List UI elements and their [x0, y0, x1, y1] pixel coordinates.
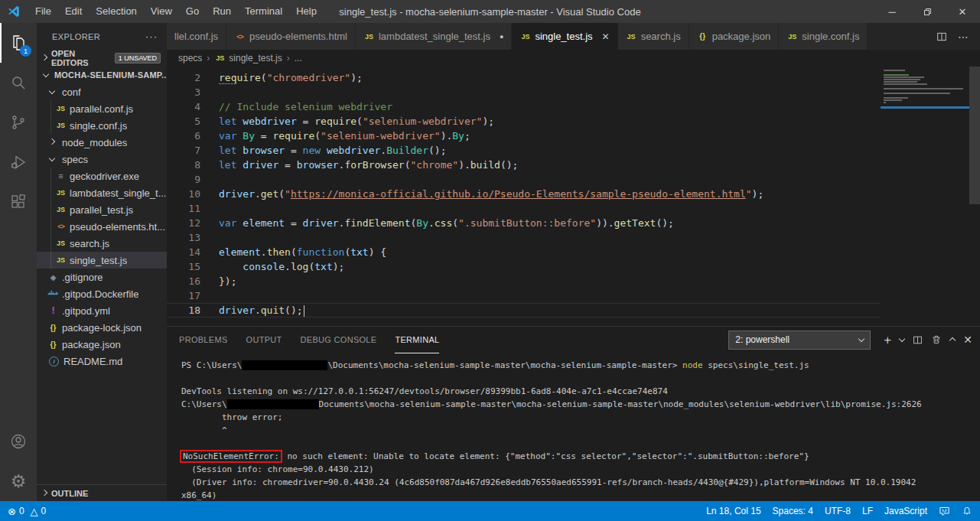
- outline-section[interactable]: OUTLINE: [37, 484, 167, 501]
- tree-item-geckodriver-exe[interactable]: ≡geckodriver.exe: [37, 168, 167, 184]
- outline-label: OUTLINE: [51, 489, 88, 498]
- tree-item-lambdatest-single-t-[interactable]: JSlambdatest_single_t...: [37, 184, 167, 201]
- line-number: 7: [167, 143, 200, 158]
- activity-run-debug[interactable]: [0, 142, 37, 182]
- split-terminal-button[interactable]: [913, 335, 923, 345]
- activity-settings[interactable]: ⚙: [0, 461, 37, 501]
- tree-item-conf[interactable]: conf: [37, 83, 167, 100]
- tree-item--gitignore[interactable]: ◆.gitignore: [37, 269, 167, 285]
- terminal-line: (Driver info: chromedriver=90.0.4430.24 …: [181, 476, 980, 489]
- tree-item-label: parallel_test.js: [70, 204, 133, 216]
- menu-go[interactable]: Go: [179, 0, 206, 23]
- activity-explorer[interactable]: 1: [0, 23, 37, 63]
- activity-source-control[interactable]: [0, 103, 37, 142]
- minimap[interactable]: [881, 67, 969, 109]
- tree-item-search-js[interactable]: JSsearch.js: [37, 235, 167, 252]
- restore-button[interactable]: [910, 0, 945, 23]
- panel-tab-problems[interactable]: PROBLEMS: [179, 327, 228, 353]
- tab-search-js[interactable]: JSsearch.js: [618, 23, 689, 50]
- new-terminal-button[interactable]: +: [884, 334, 891, 347]
- tab-pseudo-elements-html[interactable]: <>pseudo-elements.html: [226, 23, 356, 50]
- tab-single-conf-js[interactable]: JSsingle.conf.js: [779, 23, 868, 50]
- js-file-icon: JS: [626, 33, 637, 41]
- js-file-icon: JS: [214, 54, 226, 62]
- tree-item-parallel-conf-js[interactable]: JSparallel.conf.js: [37, 100, 167, 117]
- panel-tab-debug-console[interactable]: DEBUG CONSOLE: [301, 327, 377, 353]
- terminal-line: [181, 437, 980, 450]
- breadcrumb-file[interactable]: single_test.js: [229, 53, 282, 63]
- terminal-shell-picker[interactable]: 2: powershell: [728, 331, 871, 350]
- tree-item-parallel-test-js[interactable]: JSparallel_test.js: [37, 201, 167, 218]
- menu-terminal[interactable]: Terminal: [238, 0, 289, 23]
- yaml-file-icon: !: [47, 305, 59, 316]
- trash-icon: [931, 334, 942, 345]
- split-editor-button[interactable]: [936, 31, 947, 42]
- minimize-button[interactable]: ─: [874, 0, 910, 23]
- language-mode-status[interactable]: JavaScript: [884, 506, 927, 516]
- new-terminal-dropdown-icon[interactable]: [899, 336, 905, 342]
- js-file-icon: JS: [55, 122, 67, 129]
- dirty-dot-icon: ●: [500, 33, 503, 41]
- maximize-panel-button[interactable]: [949, 337, 956, 344]
- tab-package-json[interactable]: {}package.json: [689, 23, 780, 50]
- tree-item-specs[interactable]: specs: [37, 151, 167, 168]
- problems-status[interactable]: ⊗ 0 △ 0: [8, 506, 46, 516]
- kill-terminal-button[interactable]: [931, 334, 942, 345]
- feedback-button[interactable]: [939, 506, 950, 517]
- close-window-button[interactable]: ✕: [945, 0, 980, 23]
- indentation-status[interactable]: Spaces: 4: [773, 506, 813, 516]
- panel-tab-terminal[interactable]: TERMINAL: [395, 327, 439, 353]
- breadcrumb-symbol[interactable]: ...: [295, 53, 302, 63]
- tree-item-package-lock-json[interactable]: {}package-lock.json: [37, 319, 167, 336]
- tab-label: llel.conf.js: [174, 31, 218, 42]
- menu-help[interactable]: Help: [289, 0, 324, 23]
- tree-item-single-test-js[interactable]: JSsingle_test.js: [37, 252, 167, 269]
- tab-single-test-js[interactable]: JSsingle_test.js✕: [512, 23, 617, 50]
- notifications-button[interactable]: [962, 506, 972, 516]
- tab-lambdatest-single-test-js[interactable]: JSlambdatest_single_test.js●: [356, 23, 512, 50]
- menu-edit[interactable]: Edit: [58, 0, 89, 23]
- chevron-down-icon: [49, 155, 55, 161]
- tree-item-readme-md[interactable]: iREADME.md: [37, 353, 167, 370]
- menu-run[interactable]: Run: [206, 0, 238, 23]
- terminal-output[interactable]: PS C:\Users\\Documents\mocha-selenium-sa…: [167, 353, 980, 501]
- more-actions-icon[interactable]: ⋯: [958, 31, 969, 43]
- cursor-position-status[interactable]: Ln 18, Col 15: [706, 506, 760, 516]
- close-panel-button[interactable]: ✕: [963, 334, 972, 346]
- tree-item-label: single.conf.js: [70, 120, 127, 132]
- tab-llel-conf-js[interactable]: llel.conf.js: [167, 23, 226, 50]
- tree-item-pseudo-elements-ht-[interactable]: <>pseudo-elements.ht...: [37, 218, 167, 235]
- explorer-sidebar: EXPLORER ··· OPEN EDITORS 1 UNSAVED MOCH…: [37, 23, 167, 501]
- tree-item-label: pseudo-elements.ht...: [70, 221, 165, 233]
- scrollbar-thumb[interactable]: [969, 67, 980, 204]
- code-line-2: 2require("chromedriver");: [167, 70, 881, 85]
- tree-item-mocha-selenium-samp-[interactable]: MOCHA-SELENIUM-SAMP...: [37, 67, 167, 83]
- bell-icon: [962, 506, 972, 516]
- tree-item-node-modules[interactable]: node_modules: [37, 134, 167, 151]
- chevron-right-icon: [41, 54, 47, 60]
- tree-item-label: package.json: [62, 339, 121, 350]
- activity-search[interactable]: [0, 63, 37, 103]
- code-editor[interactable]: 2require("chromedriver");34// Include se…: [167, 67, 980, 326]
- menu-selection[interactable]: Selection: [89, 0, 143, 23]
- menu-file[interactable]: File: [28, 0, 58, 23]
- tree-item-single-conf-js[interactable]: JSsingle.conf.js: [37, 117, 167, 134]
- panel-tab-output[interactable]: OUTPUT: [246, 327, 282, 353]
- encoding-status[interactable]: UTF-8: [825, 506, 851, 516]
- activity-extensions[interactable]: [0, 182, 37, 222]
- activity-account[interactable]: [0, 422, 37, 461]
- warning-count: 0: [41, 506, 47, 516]
- tree-item--gitpod-yml[interactable]: !.gitpod.yml: [37, 302, 167, 319]
- editor-scrollbar[interactable]: [969, 67, 980, 326]
- open-editors-section[interactable]: OPEN EDITORS 1 UNSAVED: [37, 50, 167, 67]
- close-tab-icon[interactable]: ✕: [602, 31, 610, 42]
- breadcrumb-folder[interactable]: specs: [178, 53, 202, 63]
- tree-item-package-json[interactable]: {}package.json: [37, 336, 167, 353]
- menu-view[interactable]: View: [144, 0, 179, 23]
- js-file-icon: JS: [55, 256, 67, 264]
- eol-status[interactable]: LF: [862, 506, 873, 516]
- explorer-more-actions-icon[interactable]: ···: [145, 31, 158, 42]
- code-line-5: 5let webdriver = require("selenium-webdr…: [167, 114, 881, 129]
- tree-item--gitpod-dockerfile[interactable]: .gitpod.Dockerfile: [37, 285, 167, 302]
- unsaved-count-badge: 1 UNSAVED: [115, 53, 161, 63]
